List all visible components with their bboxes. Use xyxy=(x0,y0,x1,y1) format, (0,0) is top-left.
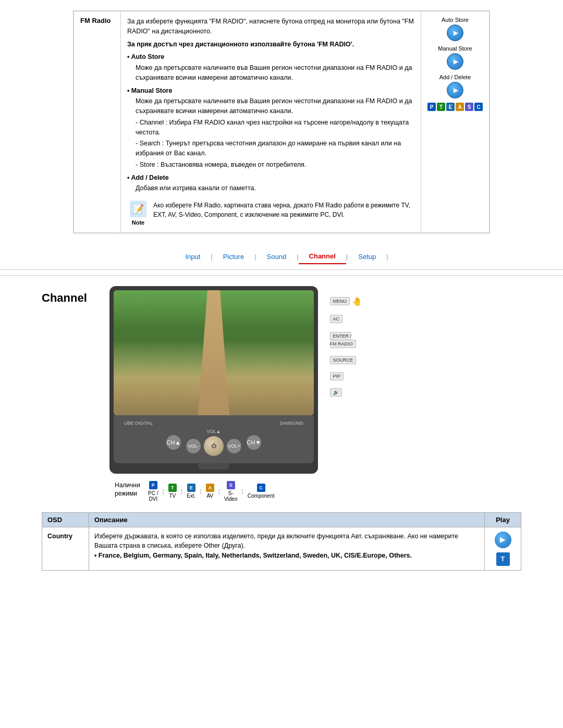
osd-country-label: Country xyxy=(42,527,89,570)
add-delete-btn[interactable] xyxy=(447,82,463,98)
mode-p-icon: P xyxy=(149,481,157,489)
nav-sound[interactable]: Sound xyxy=(256,250,297,264)
ac-btn[interactable]: AC xyxy=(330,315,343,323)
fm-radio-content: За да изберете функцията "FM RADIO", нат… xyxy=(121,11,421,233)
tv-wrapper: UBE DIGITAL SAMSUNG CH▲ VOL▲ VOL- ⏻ VOL+ xyxy=(109,286,318,474)
channel-section: Channel UBE DIGITAL SAMSUNG CH▲ xyxy=(42,286,521,502)
fm-radio-sidebar: Auto Store Manual Store Add / Delete P T… xyxy=(421,11,489,233)
fm-radio-main-text: За да изберете функцията "FM RADIO", нат… xyxy=(127,17,414,36)
osd-country-desc-text: Изберете държавата, в която се използва … xyxy=(94,533,458,550)
note-label: Note xyxy=(132,218,144,227)
osd-country-play: ▶ T xyxy=(485,527,521,570)
sidebar-add-delete-label: Add / Delete xyxy=(439,74,471,80)
pteasc-s: S xyxy=(465,103,473,111)
power-btn[interactable]: ⏻ xyxy=(204,436,224,456)
section-divider xyxy=(0,275,563,276)
osd-row-country: Country Изберете държавата, в която се и… xyxy=(42,527,521,570)
pip-btn[interactable]: PIP xyxy=(330,372,344,380)
source-btn[interactable]: SOURCE xyxy=(330,356,357,364)
add-delete-text: Добавя или изтрива канали от паметта. xyxy=(136,183,414,193)
hand-icon: 🤚 xyxy=(352,297,362,306)
manual-store-title: • Manual Store xyxy=(127,86,414,96)
channel-label: Channel xyxy=(42,291,94,305)
mode-c-label: Component xyxy=(248,493,275,499)
auto-store-btn[interactable] xyxy=(447,24,463,41)
sidebar-manual-store-label: Manual Store xyxy=(438,45,472,52)
mode-a-icon: A xyxy=(206,484,214,492)
ch-up-btn[interactable]: CH▲ xyxy=(166,435,181,450)
note-row: 📝 Note Ако изберете FM Radio, картината … xyxy=(127,201,414,227)
modes-line2: режими xyxy=(115,490,137,497)
sidebar-add-delete: Add / Delete xyxy=(427,74,483,98)
osd-header-play: Play xyxy=(485,512,521,527)
osd-table: OSD Описание Play Country Изберете държа… xyxy=(42,512,521,571)
modes-items: P PC /DVI : T TV : E Ext. : A xyxy=(148,481,275,502)
tv-remote-area: UBE DIGITAL SAMSUNG CH▲ VOL▲ VOL- ⏻ VOL+ xyxy=(114,415,314,463)
pteasc-a: A xyxy=(456,103,464,111)
osd-country-bold: • France, Belgium, Germany, Spain, Italy… xyxy=(94,552,412,559)
nav-channel[interactable]: Channel xyxy=(299,249,346,264)
nav-input[interactable]: Input xyxy=(175,250,211,264)
mode-sep-2: : xyxy=(181,488,182,495)
mode-e-label: Ext. xyxy=(187,493,195,499)
manual-store-btn[interactable] xyxy=(447,53,463,70)
remote-brand-left: UBE DIGITAL xyxy=(124,421,153,426)
nav-setup[interactable]: Setup xyxy=(348,250,386,264)
mode-c-icon: C xyxy=(257,484,265,492)
tv-monitor: UBE DIGITAL SAMSUNG CH▲ VOL▲ VOL- ⏻ VOL+ xyxy=(109,286,318,474)
tv-screen xyxy=(114,290,314,415)
mode-s-label: S-Video xyxy=(224,490,237,502)
tv-stand xyxy=(198,463,229,470)
pteasc-e: E xyxy=(446,103,455,111)
tv-screen-scene xyxy=(114,290,314,415)
sidebar-auto-store-label: Auto Store xyxy=(442,17,469,23)
pteasc-bar: P T E A S C xyxy=(427,103,483,111)
nav-picture[interactable]: Picture xyxy=(213,250,254,264)
mode-p-label: PC /DVI xyxy=(148,490,158,502)
mode-c: C Component xyxy=(248,484,275,499)
add-delete-title: • Add / Delete xyxy=(127,173,414,183)
play-circle-icon[interactable]: ▶ xyxy=(495,532,511,548)
manual-store-store: - Store : Възстановява номера, въведен о… xyxy=(136,160,414,170)
ch-down-btn[interactable]: CH▼ xyxy=(247,435,261,450)
auto-store-text: Може да претърсвате наличните във Вашия … xyxy=(136,63,414,83)
pteasc-t: T xyxy=(437,103,445,111)
mode-e: E Ext. xyxy=(187,484,195,499)
mode-t-icon: T xyxy=(168,484,177,492)
mode-s-icon: S xyxy=(227,481,235,489)
sound-icon[interactable]: 🔊 xyxy=(330,388,342,397)
osd-section: OSD Описание Play Country Изберете държа… xyxy=(42,512,521,571)
mode-p: P PC /DVI xyxy=(148,481,158,502)
enter-fm-btn[interactable]: ENTER /FM RADIO xyxy=(330,332,356,348)
play-t-icon: T xyxy=(496,552,510,566)
menu-btn[interactable]: MENU xyxy=(330,297,350,305)
vol-up-btn[interactable]: VOL+ xyxy=(227,439,241,453)
remote-buttons-row: CH▲ VOL▲ VOL- ⏻ VOL+ CH▼ xyxy=(166,429,261,456)
sidebar-auto-store: Auto Store xyxy=(427,17,483,41)
manual-store-text: Може да претърсвате наличните във Вашия … xyxy=(136,96,414,116)
mode-sep-5: : xyxy=(241,488,243,495)
osd-header-osd: OSD xyxy=(42,512,89,527)
mode-sep-3: : xyxy=(200,488,201,495)
mode-sep-4: : xyxy=(218,488,220,495)
mode-sep-1: : xyxy=(162,488,164,495)
osd-header-description: Описание xyxy=(89,512,485,527)
auto-store-title: • Auto Store xyxy=(127,52,414,62)
mode-e-icon: E xyxy=(187,484,195,492)
pteasc-c: C xyxy=(474,103,483,111)
fm-radio-section: FM Radio За да изберете функцията "FM RA… xyxy=(73,10,490,233)
vol-down-btn[interactable]: VOL- xyxy=(186,439,201,453)
nav-sep-5: | xyxy=(386,253,388,261)
note-text: Ако изберете FM Radio, картината става ч… xyxy=(153,201,414,219)
mode-a: A AV xyxy=(206,484,214,499)
manual-store-search: - Search : Тунерът претърсва честотния д… xyxy=(136,139,414,158)
fm-radio-bold-line: За пряк достъп чрез дистанционното изпол… xyxy=(127,40,414,50)
sidebar-manual-store: Manual Store xyxy=(427,45,483,70)
nav-bar: Input | Picture | Sound | Channel | Setu… xyxy=(0,244,563,270)
remote-brand-right: SAMSUNG xyxy=(279,421,303,426)
modes-info: Налични режими P PC /DVI : T TV : E xyxy=(115,481,521,502)
side-controls-col: MENU 🤚 AC ENTER /FM RADIO SOURCE PIP xyxy=(330,297,363,396)
tv-display-container: UBE DIGITAL SAMSUNG CH▲ VOL▲ VOL- ⏻ VOL+ xyxy=(109,286,521,502)
note-icon-box: 📝 Note xyxy=(127,201,149,227)
mode-s: S S-Video xyxy=(224,481,237,502)
